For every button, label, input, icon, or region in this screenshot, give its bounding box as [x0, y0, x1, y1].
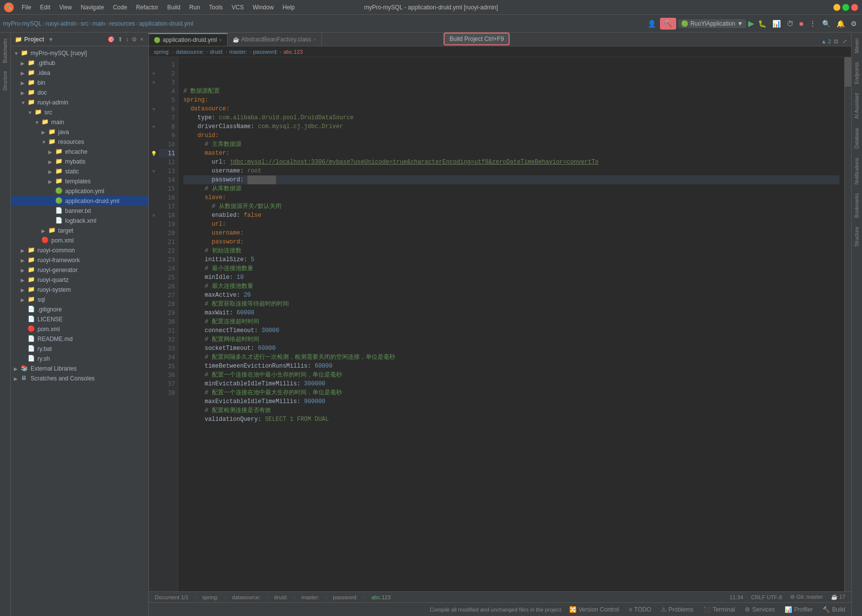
tree-item-templates[interactable]: ▶📁templates [11, 176, 148, 186]
tree-item-bin[interactable]: ▶📁bin [11, 78, 148, 88]
tree-item-ruoyi-common[interactable]: ▶📁ruoyi-common [11, 245, 148, 255]
right-tab-database[interactable]: Database [853, 124, 861, 153]
bottom-tab-terminal[interactable]: ⬛Terminal [701, 605, 737, 614]
close-panel-icon[interactable]: × [139, 35, 144, 44]
tree-expand-icon[interactable]: ▶ [41, 130, 48, 135]
expand-editor-icon[interactable]: ⤢ [841, 37, 848, 46]
path-bar-item[interactable]: master: [229, 49, 247, 55]
tree-item-ruoyi-generator[interactable]: ▶📁ruoyi-generator [11, 265, 148, 275]
tree-expand-icon[interactable]: ▼ [34, 120, 41, 125]
tree-item-java[interactable]: ▶📁java [11, 127, 148, 137]
tree-item-ry.bat[interactable]: 📄ry.bat [11, 344, 148, 354]
tree-expand-icon[interactable]: ▶ [41, 228, 48, 234]
run-button[interactable]: ▶ [748, 19, 754, 28]
tree-item-resources[interactable]: ▼📁resources [11, 137, 148, 147]
tree-expand-icon[interactable]: ▼ [14, 51, 21, 56]
tree-expand-icon[interactable]: ▶ [21, 297, 28, 303]
editor-tab-application-druid-yml[interactable]: 🟢application-druid.yml× [149, 33, 228, 46]
tree-item-ehcache[interactable]: ▶📁ehcache [11, 147, 148, 157]
tree-item-ruoyi-system[interactable]: ▶📁ruoyi-system [11, 285, 148, 295]
tree-item-target[interactable]: ▶📁target [11, 226, 148, 236]
minimize-button[interactable]: − [833, 4, 840, 11]
profiler-button[interactable]: ⏱ [785, 19, 795, 29]
breadcrumb-item[interactable]: resources [109, 20, 135, 27]
path-bar-item[interactable]: datasource: [176, 49, 204, 55]
breadcrumb-item[interactable]: ruoyi-admin [46, 20, 77, 27]
tree-expand-icon[interactable]: ▼ [21, 100, 28, 105]
tree-item-.idea[interactable]: ▶📁.idea [11, 68, 148, 78]
locate-icon[interactable]: 🎯 [106, 35, 116, 44]
tree-expand-icon[interactable]: ▶ [21, 248, 28, 253]
path-bar-item[interactable]: password: [253, 49, 277, 55]
tree-item-src[interactable]: ▼📁src [11, 107, 148, 117]
right-tab-notifications[interactable]: Notifications [853, 154, 861, 188]
tree-expand-icon[interactable]: ▶ [48, 149, 55, 155]
tree-item-scratches-and-consoles[interactable]: ▶🖥Scratches and Consoles [11, 374, 148, 383]
sort-icon[interactable]: ↕ [125, 35, 130, 44]
tree-expand-icon[interactable]: ▶ [21, 268, 28, 273]
tree-expand-icon[interactable]: ▼ [28, 110, 34, 115]
tab-close-button[interactable]: × [219, 37, 222, 43]
menu-item-view[interactable]: View [55, 2, 76, 12]
tree-expand-icon[interactable]: ▶ [14, 376, 21, 381]
right-tab-structure[interactable]: Structure [853, 223, 861, 251]
tree-expand-icon[interactable]: ▶ [21, 287, 28, 293]
right-tab-maven[interactable]: Maven [853, 34, 861, 57]
menu-item-run[interactable]: Run [185, 2, 204, 12]
bottom-tab-profiler[interactable]: 📊Profiler [783, 605, 815, 614]
build-hammer-icon[interactable]: 🔨 [660, 18, 676, 30]
run-config-selector[interactable]: 🟢 RuoYiApplication ▼ [678, 19, 746, 28]
settings-gear-icon[interactable]: ⚙ [131, 35, 138, 44]
menu-item-window[interactable]: Window [249, 2, 278, 12]
tree-item-application-druid.yml[interactable]: 🟢application-druid.yml [11, 196, 148, 206]
tree-item-mypro-mysql-[ruoyi][interactable]: ▼📁myPro-mySQL [ruoyi] [11, 48, 148, 58]
menu-item-navigate[interactable]: Navigate [77, 2, 108, 12]
tree-expand-icon[interactable]: ▶ [21, 258, 28, 263]
tree-item-pom.xml[interactable]: 🔴pom.xml [11, 236, 148, 245]
tree-item-readme.md[interactable]: 📄README.md [11, 334, 148, 344]
bottom-tab-problems[interactable]: ⚠Problems [659, 605, 695, 614]
tree-expand-icon[interactable]: ▶ [21, 70, 28, 76]
fold-icon[interactable]: ▼ [151, 124, 156, 130]
tree-item-ry.sh[interactable]: 📄ry.sh [11, 354, 148, 364]
profile-icon[interactable]: 👤 [646, 19, 658, 29]
tree-expand-icon[interactable]: ▶ [14, 366, 21, 372]
tree-item-pom.xml[interactable]: 🔴pom.xml [11, 324, 148, 334]
tree-expand-icon[interactable]: ▶ [21, 80, 28, 86]
coverage-button[interactable]: 📊 [770, 19, 783, 29]
bottom-tab-services[interactable]: ⚙Services [743, 605, 777, 614]
split-editor-icon[interactable]: ⧉ [833, 37, 839, 46]
tree-item-.gitignore[interactable]: 📄.gitignore [11, 305, 148, 314]
tree-item-logback.xml[interactable]: 📄logback.xml [11, 216, 148, 226]
right-tab-endpoints[interactable]: Endpoints [853, 58, 861, 88]
tree-item-ruoyi-quartz[interactable]: ▶📁ruoyi-quartz [11, 275, 148, 285]
breadcrumb-item[interactable]: application-druid.yml [139, 20, 193, 27]
tree-expand-icon[interactable]: ▶ [48, 159, 55, 165]
bookmarks-tab[interactable]: Bookmarks [1, 34, 9, 67]
menu-item-vcs[interactable]: VCS [228, 2, 248, 12]
tree-item-main[interactable]: ▼📁main [11, 117, 148, 127]
menu-item-help[interactable]: Help [278, 2, 299, 12]
fold-icon[interactable]: ▼ [151, 106, 156, 112]
tree-item-ruoyi-framework[interactable]: ▶📁ruoyi-framework [11, 255, 148, 265]
tree-item-external-libraries[interactable]: ▶📚External Libraries [11, 364, 148, 374]
scroll-thumb[interactable] [844, 57, 851, 87]
tab-close-button[interactable]: × [313, 36, 316, 42]
tree-item-mybatis[interactable]: ▶📁mybatis [11, 157, 148, 167]
updates-icon[interactable]: 🔔 [834, 19, 847, 29]
right-tab-ai-assistant[interactable]: AI Assistant [853, 89, 861, 123]
fold-icon[interactable]: ▼ [151, 71, 156, 76]
settings-icon[interactable]: ⚙ [849, 19, 859, 29]
fold-icon[interactable]: ▼ [151, 169, 156, 174]
tree-item-banner.txt[interactable]: 📄banner.txt [11, 206, 148, 216]
tree-item-license[interactable]: 📄LICENSE [11, 314, 148, 324]
menu-item-code[interactable]: Code [109, 2, 131, 12]
fold-icon[interactable]: ▼ [151, 213, 156, 218]
fold-icon[interactable]: ▼ [151, 80, 156, 85]
menu-item-tools[interactable]: Tools [205, 2, 227, 12]
menu-item-edit[interactable]: Edit [36, 2, 54, 12]
tree-item-application.yml[interactable]: 🟢application.yml [11, 186, 148, 196]
bottom-tab-version-control[interactable]: 🔀Version Control [567, 605, 621, 614]
right-tab-bookmarks[interactable]: Bookmarks [853, 189, 861, 222]
project-dropdown-icon[interactable]: ▼ [48, 36, 54, 42]
